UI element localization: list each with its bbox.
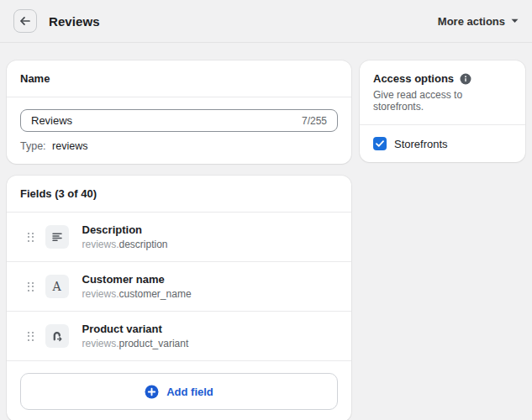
page-title: Reviews — [49, 14, 100, 29]
product-variant-icon — [45, 324, 69, 348]
access-options-card: Access options Give read access to store… — [360, 60, 525, 162]
field-key: reviews.product_variant — [82, 338, 189, 349]
type-value: reviews — [52, 140, 87, 152]
name-card-heading: Name — [20, 72, 338, 85]
field-text: Product variant reviews.product_variant — [82, 323, 189, 349]
field-name: Description — [82, 223, 168, 236]
field-key-value: customer_name — [119, 288, 192, 300]
storefronts-checkbox-row[interactable]: Storefronts — [373, 137, 512, 150]
drag-handle-icon[interactable] — [28, 233, 34, 242]
back-button[interactable] — [13, 9, 37, 33]
fields-card: Fields (3 of 40) Description reviews.des… — [7, 176, 351, 420]
field-text: Customer name reviews.customer_name — [82, 273, 192, 300]
field-name: Customer name — [82, 273, 192, 286]
access-card-body: Storefronts — [360, 125, 525, 162]
access-card-header: Access options Give read access to store… — [360, 60, 525, 124]
field-key: reviews.customer_name — [82, 288, 192, 300]
chevron-down-icon — [511, 18, 519, 24]
type-label: Type: — [20, 140, 46, 152]
arrow-left-icon — [18, 14, 32, 28]
more-actions-label: More actions — [438, 15, 505, 28]
access-card-heading: Access options — [373, 72, 454, 85]
fields-card-header: Fields (3 of 40) — [7, 176, 351, 212]
field-key-namespace: reviews. — [82, 239, 119, 250]
field-key-namespace: reviews. — [82, 338, 119, 349]
more-actions-button[interactable]: More actions — [438, 15, 519, 28]
field-row-customer-name[interactable]: A Customer name reviews.customer_name — [7, 261, 351, 311]
page-header: Reviews More actions — [0, 0, 532, 43]
field-key: reviews.description — [82, 239, 168, 250]
fields-card-heading: Fields (3 of 40) — [20, 187, 338, 200]
name-input-wrap: 7/255 — [20, 109, 338, 132]
field-row-product-variant[interactable]: Product variant reviews.product_variant — [7, 311, 351, 360]
drag-handle-icon[interactable] — [28, 332, 34, 341]
name-input[interactable] — [31, 114, 293, 127]
name-card: Name 7/255 Type: reviews — [7, 60, 351, 164]
field-key-value: description — [119, 239, 168, 250]
plus-circle-icon — [145, 385, 159, 399]
drag-handle-icon[interactable] — [28, 282, 34, 291]
access-head-row: Access options — [373, 72, 512, 85]
multiline-text-icon — [45, 225, 69, 249]
left-column: Name 7/255 Type: reviews Fields (3 of 40… — [7, 60, 351, 420]
info-icon[interactable] — [460, 73, 471, 85]
add-field-label: Add field — [166, 386, 213, 398]
check-icon — [376, 140, 384, 147]
name-card-header: Name — [7, 60, 351, 97]
type-line: Type: reviews — [20, 140, 338, 152]
storefronts-checkbox-label[interactable]: Storefronts — [394, 138, 448, 150]
letter-a-glyph: A — [52, 280, 61, 293]
storefronts-checkbox[interactable] — [373, 137, 387, 150]
name-card-body: 7/255 Type: reviews — [7, 97, 351, 164]
main-content: Name 7/255 Type: reviews Fields (3 of 40… — [0, 43, 532, 420]
single-line-text-icon: A — [45, 275, 69, 298]
char-counter: 7/255 — [302, 115, 327, 127]
field-key-value: product_variant — [119, 338, 189, 349]
right-column: Access options Give read access to store… — [360, 60, 525, 162]
field-name: Product variant — [82, 323, 189, 335]
field-key-namespace: reviews. — [82, 288, 119, 300]
add-field-button[interactable]: Add field — [20, 373, 338, 410]
add-field-section: Add field — [7, 360, 351, 420]
field-text: Description reviews.description — [82, 223, 168, 250]
field-row-description[interactable]: Description reviews.description — [7, 212, 351, 261]
access-card-description: Give read access to storefronts. — [373, 89, 512, 113]
